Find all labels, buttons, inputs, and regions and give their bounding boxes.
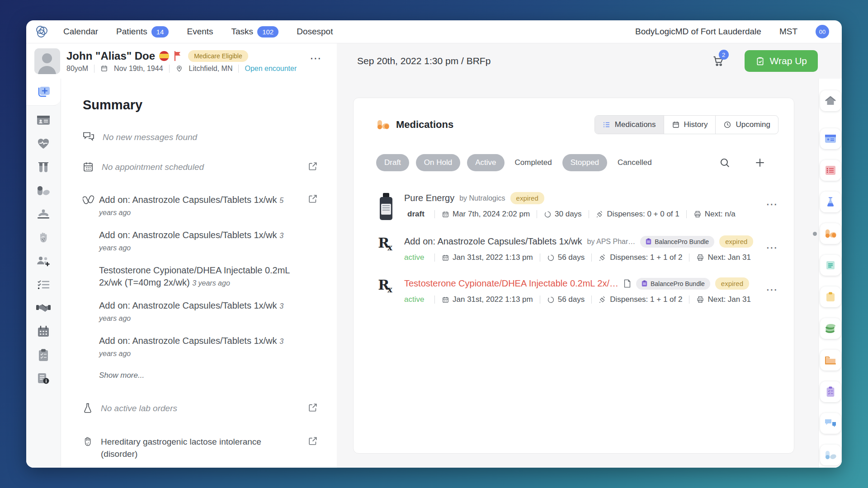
rail-item-patient-card[interactable] (820, 128, 841, 149)
medication-row[interactable]: Pure Energy by Nutralogics expired draft… (376, 192, 778, 220)
search-icon[interactable] (719, 157, 731, 169)
summary-medication-item: Add on: Anastrozole Capsules/Tablets 1x/… (83, 335, 318, 359)
rail-item-problem-list[interactable] (820, 160, 841, 181)
rail-item-medications[interactable] (820, 223, 841, 244)
filter-completed[interactable]: Completed (511, 154, 556, 171)
filter-cancelled[interactable]: Cancelled (614, 154, 656, 171)
summary-medication-item: Add on: Anastrozole Capsules/Tablets 1x/… (83, 300, 318, 324)
nav-item-patients[interactable]: Patients 14 (116, 26, 169, 38)
lab-flask-icon (83, 403, 93, 413)
tab-history[interactable]: History (664, 116, 716, 134)
printer-next-icon (696, 296, 704, 304)
rail-item-calendar[interactable] (34, 323, 52, 341)
rail-item-billing[interactable] (820, 318, 841, 339)
rail-item-allergies[interactable] (34, 229, 52, 247)
rail-item-medications[interactable] (34, 182, 52, 200)
patient-menu-button[interactable]: ⋯ (310, 52, 322, 66)
rail-item-patient-card[interactable] (34, 111, 52, 129)
filter-stopped[interactable]: Stopped (562, 154, 607, 171)
rail-item-care-team[interactable] (34, 252, 52, 270)
clipboard-amber-icon (826, 291, 835, 302)
user-avatar[interactable]: 00 (816, 25, 829, 38)
dispense-icon (596, 210, 604, 218)
row-menu-button[interactable]: ⋯ (766, 192, 778, 211)
medication-duration: 30 days (555, 210, 582, 219)
calendar-icon (442, 211, 449, 218)
rail-item-orders[interactable] (820, 381, 841, 402)
rail-item-note-add[interactable] (26, 79, 61, 106)
nav-item-tasks[interactable]: Tasks 102 (231, 26, 279, 38)
medication-text[interactable]: Add on: Anastrozole Capsules/Tablets 1x/… (99, 229, 298, 253)
nav-item-calendar[interactable]: Calendar (63, 26, 98, 38)
filter-active[interactable]: Active (467, 154, 504, 171)
medication-row[interactable]: Rx Testosterone Cypionate/DHEA Injectabl… (376, 277, 778, 304)
nav-item-dosespot[interactable]: Dosespot (297, 26, 333, 38)
nav-item-events[interactable]: Events (187, 26, 213, 38)
medication-text[interactable]: Add on: Anastrozole Capsules/Tablets 1x/… (99, 194, 298, 218)
timezone-selector[interactable]: MST (779, 27, 797, 37)
show-more-link[interactable]: Show more... (83, 371, 318, 380)
medication-text[interactable]: Add on: Anastrozole Capsules/Tablets 1x/… (99, 300, 298, 324)
rail-item-handshake[interactable] (34, 299, 52, 317)
rail-item-messages[interactable] (820, 413, 841, 434)
rail-item-labs[interactable] (34, 158, 52, 176)
active-rail-indicator (813, 232, 817, 236)
open-encounter-link[interactable]: Open encounter (245, 65, 297, 73)
medications-panel-title: Medications (396, 119, 453, 131)
tab-upcoming[interactable]: Upcoming (715, 116, 778, 134)
external-link-icon[interactable] (308, 403, 318, 413)
left-rail (26, 79, 61, 468)
medication-next: Next: Jan 31 (708, 295, 750, 304)
rail-item-document-info[interactable] (34, 370, 52, 388)
rail-item-tasks[interactable] (34, 276, 52, 294)
rail-item-home[interactable] (820, 90, 841, 111)
status-text: active (404, 295, 428, 304)
patient-location: Litchfield, MN (189, 65, 233, 73)
rail-item-supplements[interactable] (820, 445, 841, 465)
encounter-title: Sep 20th, 2022 1:30 pm / BRFp (357, 56, 491, 66)
dispense-icon (599, 253, 607, 262)
rail-item-files[interactable] (820, 350, 841, 371)
upper-row: John "Alias" Doe Medicare Eligible 80yoM… (26, 43, 842, 79)
cart-button[interactable]: 2 (712, 55, 725, 67)
row-menu-button[interactable]: ⋯ (766, 235, 778, 255)
medication-dispenses: Dispenses: 1 + 1 of 2 (610, 295, 682, 304)
external-link-icon[interactable] (308, 194, 318, 204)
add-medication-icon[interactable] (754, 157, 766, 169)
orders-clipboard-icon (38, 349, 49, 361)
summary-title: Summary (83, 98, 318, 113)
rail-item-treatment[interactable] (34, 205, 52, 223)
medication-title[interactable]: Pure Energy (404, 193, 454, 203)
rail-item-clipboard[interactable] (820, 286, 841, 307)
filter-draft[interactable]: Draft (376, 154, 409, 171)
vitals-heart-icon (37, 138, 50, 150)
rail-item-orders[interactable] (34, 346, 52, 364)
patients-count-badge: 14 (151, 26, 169, 38)
external-link-icon[interactable] (308, 436, 318, 446)
treatment-table-icon (37, 208, 50, 220)
medication-date: Jan 31st, 2022 1:13 pm (453, 253, 533, 262)
external-link-icon[interactable] (308, 161, 318, 171)
tab-medications[interactable]: Medications (595, 116, 664, 134)
rail-item-labs[interactable] (820, 192, 841, 212)
history-calendar-icon (672, 121, 680, 129)
medication-text[interactable]: Testosterone Cypionate/DHEA Injectable 0… (99, 264, 298, 289)
patient-photo[interactable] (34, 48, 60, 74)
pills-orange-icon (376, 119, 390, 130)
note-icon[interactable] (623, 279, 631, 288)
rail-item-documents[interactable] (820, 255, 841, 276)
medication-title[interactable]: Testosterone Cypionate/DHEA Injectable 0… (404, 278, 618, 289)
medication-text[interactable]: Add on: Anastrozole Capsules/Tablets 1x/… (99, 335, 298, 359)
allergy-text[interactable]: Hereditary gastrogenic lactose intoleran… (101, 436, 295, 460)
medication-row[interactable]: Rx Add on: Anastrozole Capsules/Tablets … (376, 235, 778, 262)
row-menu-button[interactable]: ⋯ (766, 277, 778, 297)
medication-name: Add on: Anastrozole Capsules/Tablets 1x/… (99, 195, 277, 205)
status-filters: Draft On Hold Active Completed Stopped C… (376, 154, 778, 171)
summary-pane: Summary No new messages found No appoint… (61, 79, 337, 468)
clinic-name: BodyLogicMD of Fort Lauderdale (635, 27, 761, 37)
rail-item-vitals[interactable] (34, 135, 52, 153)
wrap-up-button[interactable]: Wrap Up (745, 50, 818, 72)
medication-title[interactable]: Add on: Anastrozole Capsules/Tablets 1x/… (404, 236, 582, 247)
filter-on-hold[interactable]: On Hold (416, 154, 460, 171)
app-logo-icon[interactable] (33, 24, 51, 39)
